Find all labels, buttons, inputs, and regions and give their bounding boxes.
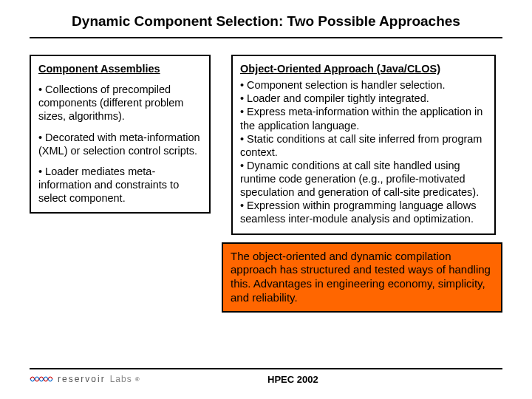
- right-bullet-2: • Loader and compiler tightly integrated…: [240, 92, 487, 105]
- right-bullet-3: • Express meta-information within the ap…: [240, 105, 487, 132]
- page-title: Dynamic Component Selection: Two Possibl…: [30, 13, 502, 30]
- right-bullet-1: • Component selection is handler selecti…: [240, 78, 487, 92]
- left-bullet-2: • Decorated with meta-information (XML) …: [38, 131, 202, 157]
- logo-text-labs: Labs: [110, 374, 132, 384]
- callout-box: The object-oriented and dynamic compilat…: [222, 242, 502, 313]
- logo-text-reservoir: reservoir: [58, 374, 106, 384]
- logo: reservoir Labs ®: [30, 374, 140, 384]
- title-divider: [30, 37, 502, 38]
- left-heading: Component Assemblies: [38, 62, 202, 75]
- right-heading: Object-Oriented Approach (Java/CLOS): [240, 62, 487, 75]
- right-box: Object-Oriented Approach (Java/CLOS) • C…: [231, 55, 496, 235]
- left-box: Component Assemblies • Collections of pr…: [30, 55, 211, 214]
- right-bullet-5: • Dynamic conditions at call site handle…: [240, 159, 487, 199]
- conference-label: HPEC 2002: [267, 374, 318, 385]
- right-bullet-4: • Static conditions at call site inferre…: [240, 132, 487, 159]
- left-bullet-3: • Loader mediates meta-information and c…: [38, 165, 202, 205]
- right-bullet-6: • Expression within programming language…: [240, 199, 487, 225]
- left-bullet-1: • Collections of precompiled components …: [38, 83, 202, 123]
- footer: reservoir Labs ® HPEC 2002: [30, 368, 502, 384]
- logo-trademark: ®: [135, 376, 140, 383]
- slide: Dynamic Component Selection: Two Possibl…: [0, 0, 532, 399]
- columns: Component Assemblies • Collections of pr…: [30, 55, 502, 235]
- wave-icon: [30, 374, 55, 384]
